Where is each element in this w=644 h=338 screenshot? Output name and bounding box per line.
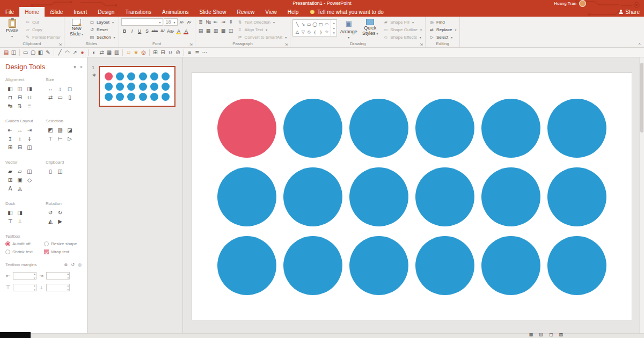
star-shape[interactable]: ☆ bbox=[324, 28, 330, 35]
blue-circle[interactable] bbox=[217, 236, 276, 295]
panel-close-icon[interactable]: × bbox=[80, 64, 83, 70]
change-case-button[interactable]: Aa bbox=[166, 27, 175, 34]
tab-animations[interactable]: Animations bbox=[157, 7, 194, 17]
magnet-icon[interactable]: ∪ bbox=[167, 48, 174, 56]
numbering-button[interactable]: № bbox=[205, 18, 212, 25]
union-icon[interactable]: ▰ bbox=[7, 168, 14, 175]
highlight-color-button[interactable]: A bbox=[175, 27, 182, 34]
shrink-font-button[interactable]: A˅ bbox=[186, 19, 193, 26]
tab-insert[interactable]: Insert bbox=[68, 7, 92, 17]
left-brace-shape[interactable]: { bbox=[312, 28, 318, 35]
blue-circle[interactable] bbox=[415, 236, 474, 295]
dock-bottom-icon[interactable]: ⊥ bbox=[17, 218, 24, 225]
blue-circle[interactable] bbox=[547, 99, 606, 158]
copy-button[interactable]: ▱ Copy bbox=[24, 26, 62, 33]
flip-horizontal-icon[interactable]: ▶ bbox=[57, 218, 64, 225]
blue-circle[interactable] bbox=[150, 72, 158, 80]
align-center-icon[interactable]: ◫ bbox=[17, 85, 24, 92]
dock-top-icon[interactable]: ⊤ bbox=[7, 218, 14, 225]
justify-button[interactable]: ▩ bbox=[220, 27, 227, 34]
guide-right-icon[interactable]: ⇥ bbox=[26, 127, 33, 134]
guide-top-icon[interactable]: ↥ bbox=[7, 135, 14, 142]
blue-circle[interactable] bbox=[116, 93, 124, 101]
collapse-ribbon-button[interactable] bbox=[638, 42, 641, 47]
contrast-icon[interactable]: ◐ bbox=[91, 48, 98, 56]
guide-center-icon[interactable]: ↔ bbox=[17, 127, 24, 134]
tab-design[interactable]: Design bbox=[92, 7, 120, 17]
normal-view-icon[interactable]: ▦ bbox=[529, 332, 534, 337]
copy-style-icon[interactable]: ◫ bbox=[57, 168, 64, 175]
blue-circle[interactable] bbox=[349, 236, 408, 295]
align-top-icon[interactable]: ⊓ bbox=[7, 94, 14, 101]
flip-vertical-icon[interactable]: ◭ bbox=[47, 218, 54, 225]
equal-width-icon[interactable]: ↔ bbox=[47, 85, 54, 92]
half-shape-icon[interactable]: ◧ bbox=[37, 48, 44, 56]
decrease-indent-button[interactable]: ⇤ bbox=[213, 18, 219, 25]
blue-circle[interactable] bbox=[547, 167, 606, 226]
arrow-shape[interactable]: ↘ bbox=[301, 21, 306, 27]
guide-middle-icon[interactable]: ↕ bbox=[17, 135, 24, 142]
blue-circle[interactable] bbox=[349, 167, 408, 226]
arc-shape[interactable]: ◠ bbox=[324, 21, 330, 27]
shape-fill-button[interactable]: ▰ Shape Fill bbox=[382, 19, 423, 26]
selection-pane-icon[interactable]: ◪ bbox=[67, 127, 74, 134]
intersect-icon[interactable]: ◫ bbox=[26, 168, 33, 175]
arrow-tool-icon[interactable]: ↗ bbox=[71, 48, 78, 56]
margin-bottom-stepper[interactable] bbox=[46, 284, 70, 291]
underline-button[interactable]: U bbox=[136, 27, 143, 34]
tab-slide-show[interactable]: Slide Show bbox=[194, 7, 231, 17]
strikethrough-button[interactable]: abc bbox=[151, 27, 158, 34]
checkbox-checked[interactable] bbox=[44, 249, 49, 254]
rounded-rect-tool-icon[interactable]: ▢ bbox=[30, 48, 36, 56]
line-shape[interactable]: ╲ bbox=[295, 21, 300, 27]
cursor-arrow-icon[interactable]: ▷ bbox=[67, 135, 74, 142]
margin-left-input[interactable] bbox=[13, 273, 31, 280]
bold-button[interactable]: B bbox=[121, 27, 128, 34]
text-vector-icon[interactable]: A bbox=[7, 185, 14, 192]
blue-circle[interactable] bbox=[162, 83, 170, 91]
paste-button[interactable]: Paste bbox=[2, 18, 22, 39]
stretch-width-icon[interactable]: ▭ bbox=[57, 94, 64, 101]
share-button[interactable]: Share bbox=[619, 7, 640, 17]
blue-circle[interactable] bbox=[139, 72, 147, 80]
tab-transitions[interactable]: Transitions bbox=[120, 7, 157, 17]
text-direction-button[interactable]: ⇅ Text Direction bbox=[236, 19, 288, 26]
paste-special-icon[interactable]: ▯ bbox=[47, 168, 54, 175]
equal-size-icon[interactable]: ◻ bbox=[67, 85, 74, 92]
blue-circle[interactable] bbox=[481, 236, 540, 295]
distribute-horizontal-icon[interactable]: ↹ bbox=[7, 102, 14, 109]
panel-collapse-icon[interactable]: ▾ bbox=[74, 64, 76, 70]
grid-on-icon[interactable]: ⊞ bbox=[152, 48, 159, 56]
blue-circle[interactable] bbox=[162, 72, 170, 80]
blue-circle[interactable] bbox=[139, 83, 147, 91]
accent-circle[interactable] bbox=[217, 99, 276, 158]
fragment-icon[interactable]: ⊞ bbox=[7, 177, 14, 183]
guide-bottom-icon[interactable]: ↧ bbox=[26, 135, 33, 142]
font-color-button[interactable]: A bbox=[182, 27, 189, 34]
rounded-rectangle-shape[interactable]: ▢ bbox=[318, 21, 324, 27]
guide-left-icon[interactable]: ⇤ bbox=[7, 127, 14, 134]
reset-icon[interactable]: ↺ bbox=[70, 262, 76, 268]
quick-styles-button[interactable]: Quick Styles bbox=[360, 18, 380, 36]
rectangle-tool-icon[interactable]: ▭ bbox=[22, 48, 29, 56]
grid-guides-icon[interactable]: ⊞ bbox=[7, 144, 14, 151]
blue-circle[interactable] bbox=[217, 167, 276, 226]
user-avatar[interactable] bbox=[579, 0, 586, 7]
rotate-left-icon[interactable]: ↺ bbox=[47, 209, 54, 216]
down-triangle-shape[interactable]: ▽ bbox=[301, 28, 306, 35]
section-button[interactable]: ▤ Section bbox=[88, 34, 116, 41]
more-tools-icon[interactable]: ⋯ bbox=[201, 48, 208, 56]
tab-home[interactable]: Home bbox=[19, 7, 45, 17]
line-tool-icon[interactable]: ╱ bbox=[56, 48, 63, 56]
blue-circle[interactable] bbox=[116, 72, 124, 80]
tab-islide[interactable]: iSlide bbox=[45, 7, 68, 17]
font-size-select[interactable]: 18 bbox=[164, 18, 178, 26]
option-shrink-text[interactable]: Shrink text bbox=[5, 249, 44, 254]
table-tool-icon[interactable]: ▦ bbox=[106, 48, 113, 56]
scrollbar-thumb[interactable] bbox=[640, 63, 643, 133]
align-left-icon[interactable]: ◧ bbox=[7, 85, 14, 92]
blue-circle[interactable] bbox=[127, 93, 135, 101]
blue-circle[interactable] bbox=[127, 72, 135, 80]
grow-font-button[interactable]: A˄ bbox=[178, 19, 185, 26]
blue-circle[interactable] bbox=[283, 236, 342, 295]
